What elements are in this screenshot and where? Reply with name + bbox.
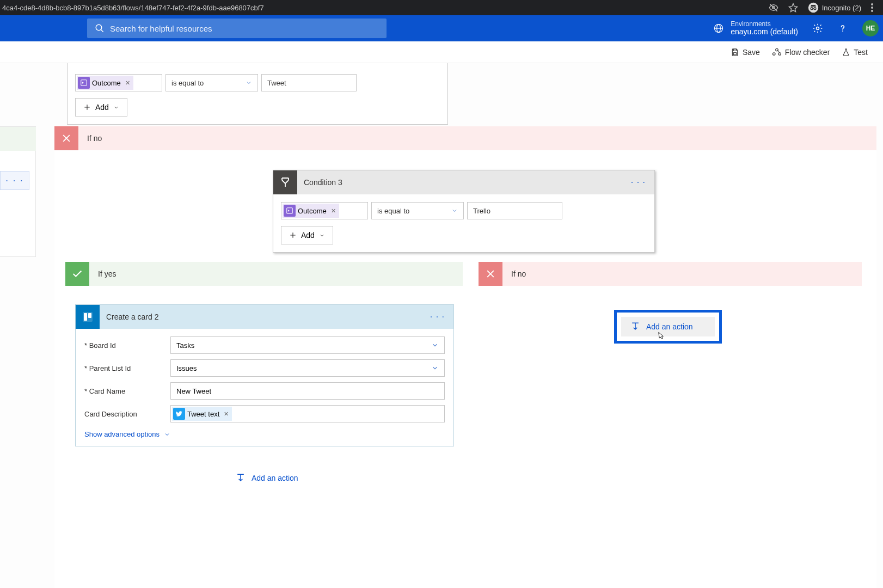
test-label: Test [854,48,868,57]
svg-point-17 [778,52,781,55]
branch-label: If no [78,134,102,143]
save-icon [731,48,739,57]
tweet-text-chip[interactable]: Tweet text ✕ [172,407,232,421]
star-icon[interactable] [788,3,798,13]
svg-point-5 [871,7,873,9]
flow-checker-icon [772,48,782,57]
condition-icon [273,170,297,194]
adaptive-card-icon [284,205,296,217]
svg-rect-22 [84,313,87,321]
board-id-select[interactable]: Tasks [170,336,445,354]
chevron-down-icon [113,105,119,111]
chip-remove-icon[interactable]: ✕ [331,207,336,215]
x-icon [54,126,78,150]
condition-3-card: Condition 3 · · · Outcome ✕ is equal to [273,170,655,253]
chevron-down-icon [431,341,439,349]
operator-value: is equal to [377,207,409,215]
condition-3-header[interactable]: Condition 3 · · · [273,170,654,194]
command-bar: Save Flow checker Test [0,41,883,63]
trello-create-card: Create a card 2 · · · * Board Id Tasks *… [75,304,454,446]
operator-select[interactable]: is equal to [165,74,258,91]
add-action-icon [235,473,246,483]
plus-icon [289,231,297,239]
flow-canvas[interactable]: Outcome ✕ is equal to Add If no [0,63,883,588]
branch-if-no-header[interactable]: If no [54,126,876,150]
adaptive-card-icon [78,77,90,89]
card-name-value: New Tweet [176,387,211,395]
save-button[interactable]: Save [731,48,760,57]
card-menu-icon[interactable]: · · · [631,177,654,187]
outcome-token-field[interactable]: Outcome ✕ [281,202,368,219]
overflow-actions-button[interactable]: · · · [0,171,29,190]
chevron-down-icon [319,232,325,238]
svg-point-13 [842,30,843,32]
add-action-label: Add an action [646,322,693,331]
card-name-label: * Card Name [84,387,170,395]
branch-if-no-header-inner[interactable]: If no [479,262,862,286]
svg-rect-15 [733,52,736,54]
svg-point-6 [871,10,873,12]
avatar[interactable]: HE [862,20,879,36]
branch-label: If no [502,270,526,278]
card-name-input[interactable]: New Tweet [170,382,445,400]
eye-off-icon[interactable] [769,3,778,13]
operator-select[interactable]: is equal to [371,202,464,219]
operator-value: is equal to [171,79,204,87]
branch-if-yes-header[interactable]: If yes [65,262,463,286]
search-input[interactable] [110,24,379,33]
card-description-label: Card Description [84,410,170,418]
browser-menu-icon[interactable] [871,3,873,12]
outcome-token-field[interactable]: Outcome ✕ [75,74,162,91]
flow-checker-button[interactable]: Flow checker [772,48,830,57]
twitter-icon [173,408,185,420]
svg-rect-23 [88,313,91,318]
add-label: Add [301,231,315,240]
search-box[interactable] [87,19,387,38]
environments-label: Environments [731,21,798,28]
outcome-chip[interactable]: Outcome ✕ [283,204,339,218]
add-action-link-yes[interactable]: Add an action [235,473,298,483]
chevron-down-icon [164,431,170,438]
app-header: Environments enayu.com (default) HE [0,15,883,41]
value-input[interactable] [261,74,357,91]
chip-remove-icon[interactable]: ✕ [125,79,130,87]
add-condition-button[interactable]: Add [75,98,127,117]
svg-point-1 [808,3,818,13]
settings-gear-icon[interactable] [812,23,823,34]
browser-chrome-bar: 4ca4-cde8-4d8b-bcb8-897b1a5d8b63/flows/1… [0,0,883,15]
test-button[interactable]: Test [842,48,868,57]
card-menu-icon[interactable]: · · · [430,312,453,322]
svg-point-16 [772,52,775,55]
chip-label: Outcome [298,207,327,215]
outcome-chip[interactable]: Outcome ✕ [77,76,133,90]
help-icon[interactable] [837,23,848,34]
chevron-down-icon [431,364,439,372]
advanced-label: Show advanced options [84,430,160,438]
environment-picker[interactable]: Environments enayu.com (default) [713,21,798,36]
environments-value: enayu.com (default) [731,28,798,36]
flow-checker-label: Flow checker [785,48,830,57]
card-description-input[interactable]: Tweet text ✕ [170,405,445,422]
parent-list-select[interactable]: Issues [170,359,445,377]
add-action-highlighted[interactable]: Add an action [614,310,722,344]
incognito-label: Incognito (2) [822,4,861,12]
trello-icon [76,305,100,329]
chip-label: Tweet text [187,410,219,418]
svg-point-12 [817,27,819,30]
incognito-indicator[interactable]: Incognito (2) [808,2,861,13]
board-id-value: Tasks [176,341,194,350]
svg-point-7 [96,24,102,30]
chip-remove-icon[interactable]: ✕ [224,411,229,418]
svg-point-4 [871,3,873,5]
show-advanced-options[interactable]: Show advanced options [84,430,170,438]
trello-card-header[interactable]: Create a card 2 · · · [76,305,453,329]
value-input[interactable] [467,202,562,219]
svg-rect-14 [733,49,736,51]
globe-icon [713,23,724,34]
save-label: Save [743,48,760,57]
branch-label: If yes [89,270,116,278]
add-action-label: Add an action [252,474,298,482]
add-condition-button[interactable]: Add [281,226,333,244]
board-id-label: * Board Id [84,341,170,350]
add-action-icon [630,321,641,332]
